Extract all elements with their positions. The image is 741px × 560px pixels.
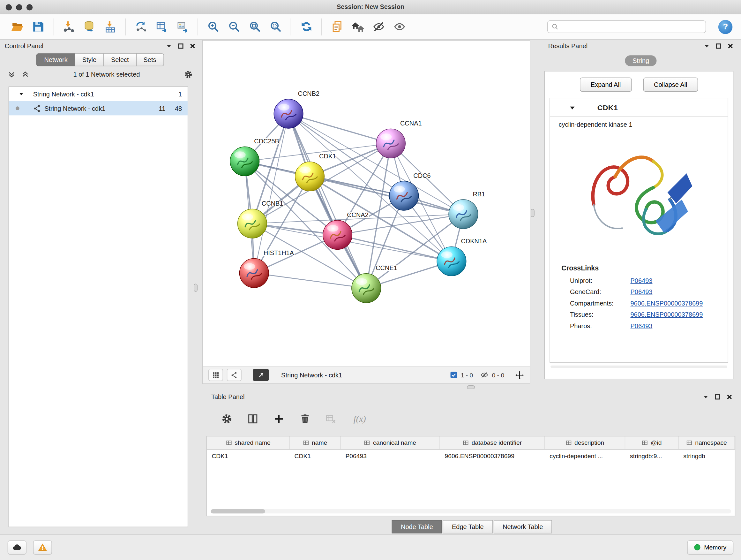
table-horizontal-scrollbar[interactable] [211,509,731,513]
cell-name[interactable]: CDK1 [290,449,341,462]
cloud-status-button[interactable] [8,540,26,554]
collapse-all-icon[interactable] [8,70,16,78]
network-edge[interactable] [254,273,366,288]
gear-icon[interactable] [184,70,193,78]
cell-database-identifier[interactable]: 9606.ENSP00000378699 [440,449,545,462]
pan-crosshair-icon[interactable] [515,370,524,379]
warnings-button[interactable] [33,540,52,554]
zoom-window-button[interactable] [26,4,32,10]
network-edge[interactable] [252,114,288,224]
zoom-out-button[interactable] [223,17,244,37]
cell-id[interactable]: stringdb:9... [625,449,678,462]
network-node-CDKN1A[interactable]: CDKN1A [437,238,487,276]
add-column-button[interactable] [272,412,286,426]
network-edge[interactable] [338,235,452,261]
close-window-button[interactable] [6,4,12,10]
table-row[interactable]: CDK1 CDK1 P06493 9606.ENSP00000378699 cy… [207,449,735,462]
column-header[interactable]: canonical name [341,436,440,449]
detach-view-button[interactable] [253,369,269,381]
cell-description[interactable]: cyclin-dependent ... [545,449,625,462]
scrollbar-thumb[interactable] [211,509,265,513]
minimize-window-button[interactable] [16,4,22,10]
grid-view-button[interactable] [208,369,223,381]
column-header[interactable]: name [290,436,341,449]
network-node-CCNB2[interactable]: CCNB2 [274,90,320,128]
uniprot-link[interactable]: P06493 [630,277,652,284]
tab-network-table[interactable]: Network Table [494,520,552,533]
column-header[interactable]: database identifier [440,436,545,449]
network-node-HIST1H1A[interactable]: HIST1H1A [239,249,294,288]
function-builder-button[interactable]: f(x) [354,414,366,424]
tab-network[interactable]: Network [37,53,75,66]
help-button[interactable]: ? [718,19,732,34]
pharos-link[interactable]: P06493 [630,322,652,329]
splitter-handle[interactable] [194,284,198,292]
network-row[interactable]: String Network - cdk1 11 48 [9,101,188,115]
collection-row[interactable]: String Network - cdk1 1 [9,87,188,101]
column-header[interactable]: description [545,436,625,449]
network-view-button[interactable] [227,369,242,381]
search-input[interactable] [561,23,702,30]
tab-edge-table[interactable]: Edge Table [443,520,493,533]
results-horizontal-scrollbar[interactable] [550,366,727,368]
tab-style[interactable]: Style [75,53,104,66]
import-network-database-button[interactable] [79,17,99,37]
cell-namespace[interactable]: stringdb [679,449,735,462]
panel-close-icon[interactable] [190,43,196,49]
string-tab-badge[interactable]: String [625,55,657,66]
collapse-all-button[interactable]: Collapse All [643,78,698,91]
copy-button[interactable] [327,17,347,37]
splitter-handle[interactable] [531,209,535,217]
tab-sets[interactable]: Sets [136,53,164,66]
panel-float-icon[interactable] [715,394,720,399]
show-columns-button[interactable] [246,412,260,426]
export-table-button[interactable] [151,17,172,37]
tissues-link[interactable]: 9606.ENSP00000378699 [630,311,703,318]
expand-all-icon[interactable] [21,70,29,78]
delete-column-button[interactable] [298,412,312,426]
zoom-selected-button[interactable] [265,17,286,37]
panel-menu-icon[interactable] [704,43,710,49]
collection-caret-icon[interactable] [18,91,24,97]
apply-layout-button[interactable] [296,17,317,37]
splitter-handle[interactable] [467,385,475,389]
column-header[interactable]: shared name [207,436,290,449]
save-session-button[interactable] [27,17,48,37]
network-edge[interactable] [288,114,366,288]
hide-annotations-button[interactable] [368,17,389,37]
network-node-CCNB1[interactable]: CCNB1 [238,200,283,238]
panel-float-icon[interactable] [716,43,721,48]
genecard-link[interactable]: P06493 [630,288,652,295]
delete-table-button-disabled[interactable] [324,412,338,426]
selected-checkbox-icon[interactable] [450,371,458,379]
network-tools-button[interactable] [131,17,151,37]
panel-close-icon[interactable] [727,43,733,49]
search-box[interactable] [547,20,706,33]
network-node-CDK1[interactable]: CDK1 [295,152,336,191]
show-graphics-details-button[interactable] [389,17,410,37]
zoom-in-button[interactable] [203,17,223,37]
panel-close-icon[interactable] [726,394,732,400]
tab-node-table[interactable]: Node Table [392,520,442,533]
panel-menu-icon[interactable] [703,394,709,400]
network-edge[interactable] [288,114,391,143]
table-settings-button[interactable] [220,412,234,426]
open-session-button[interactable] [7,17,27,37]
section-caret-icon[interactable] [569,105,576,111]
import-network-file-button[interactable] [58,17,79,37]
network-edge[interactable] [310,177,463,214]
column-header[interactable]: @id [625,436,678,449]
cell-canonical-name[interactable]: P06493 [341,449,440,462]
export-image-button[interactable] [172,17,193,37]
expand-all-button[interactable]: Expand All [580,78,632,91]
network-node-CDC25B[interactable]: CDC25B [230,138,279,176]
network-svg[interactable]: CCNB2CCNA1CDC25BCDK1CDC6RB1CCNB1CCNA2CDK… [203,41,530,366]
import-table-file-button[interactable] [99,17,120,37]
network-node-RB1[interactable]: RB1 [449,191,485,229]
panel-float-icon[interactable] [178,43,183,48]
column-header[interactable]: namespace [679,436,735,449]
compartments-link[interactable]: 9606.ENSP00000378699 [630,300,703,307]
panel-menu-icon[interactable] [166,43,172,49]
home-button[interactable] [347,17,368,37]
tab-select[interactable]: Select [104,53,136,66]
